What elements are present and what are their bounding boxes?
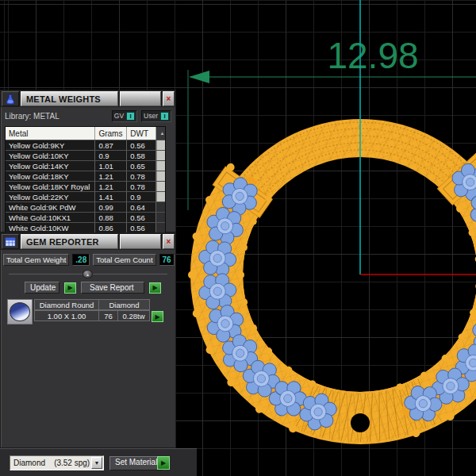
table-row[interactable]: White Gold:10KX1 0.88 0.56 (6, 212, 165, 222)
gv-toggle-switch[interactable]: I (126, 112, 135, 121)
gem-thumbnail (7, 299, 33, 324)
set-material-run-icon[interactable]: ▶ (157, 456, 170, 470)
scroll-up-icon[interactable]: ▲ (156, 127, 165, 140)
scrollbar-thumb[interactable] (156, 140, 165, 150)
table-row[interactable]: White Gold:9K PdW 0.99 0.64 (6, 202, 165, 212)
table-row[interactable]: Yellow Gold:14KY 1.01 0.65 (6, 160, 165, 171)
scrollbar-thumb[interactable] (156, 182, 165, 191)
shank-hole (351, 413, 370, 432)
table-row[interactable]: Yellow Gold:22KY 1.41 0.9 (6, 191, 165, 202)
library-label: Library: METAL (5, 112, 60, 121)
scrollbar-thumb[interactable] (156, 151, 165, 160)
table-row[interactable]: Yellow Gold:18KY Royal 1.21 0.78 (6, 181, 165, 191)
user-toggle-switch[interactable]: I (160, 112, 169, 121)
material-dropdown[interactable]: Diamond (3.52 spg) ▼ (10, 455, 104, 470)
table-row[interactable]: White Gold:10KW 0.86 0.56 (6, 222, 165, 232)
metal-weights-panel: METAL WEIGHTS × Library: METAL GV I User… (0, 90, 176, 232)
metal-weights-titlebar[interactable]: METAL WEIGHTS × (1, 90, 175, 107)
collapse-icon[interactable]: ▴ (83, 270, 93, 278)
panel-title: METAL WEIGHTS (21, 91, 118, 106)
scrollbar-thumb[interactable] (156, 171, 165, 181)
gem-material: Diamond (99, 299, 150, 310)
total-gem-weight-label: Total Gem Weight (3, 254, 69, 266)
close-icon[interactable]: × (163, 91, 175, 106)
gem-size: 1.00 X 1.00 (34, 310, 99, 321)
gem-carat-total: 0.28tw (118, 310, 150, 321)
material-dropdown-value: Diamond (3.52 spg) (10, 459, 91, 467)
panel-divider: ▴ (1, 269, 175, 278)
save-report-run-icon[interactable]: ▶ (149, 282, 161, 294)
user-toggle[interactable]: User I (141, 110, 171, 122)
gem-reporter-titlebar[interactable]: GEM REPORTER × (1, 233, 175, 250)
scale-icon (2, 91, 19, 106)
material-toolbar: Diamond (3.52 spg) ▼ Set Material ▶ (0, 448, 197, 476)
gem-reporter-panel: GEM REPORTER × Total Gem Weight .28 Tota… (0, 232, 176, 448)
total-gem-weight-value: .28 (72, 254, 90, 266)
scrollbar-thumb[interactable] (156, 161, 165, 171)
scrollbar-thumb[interactable] (156, 192, 165, 202)
close-icon[interactable]: × (163, 234, 175, 249)
round-gem-image (10, 302, 30, 321)
save-report-button[interactable]: Save Report (81, 282, 144, 294)
metal-table-header: Metal Grams DWT ▲ (6, 127, 165, 140)
table-row[interactable]: Yellow Gold:10KY 0.9 0.58 (6, 150, 165, 160)
total-gem-count-value: 76 (159, 254, 175, 266)
scrollbar-track[interactable] (156, 213, 165, 222)
set-material-button[interactable]: Set Material (109, 456, 163, 470)
table-row[interactable]: Yellow Gold:18KY 1.21 0.78 (6, 171, 165, 181)
gem-list-item[interactable]: Diamond Round Diamond 1.00 X 1.00 76 0.2… (7, 299, 175, 324)
app-window: 12.98 METAL WEIGHTS × Library: METAL (0, 0, 476, 476)
gv-toggle[interactable]: GV I (112, 110, 137, 122)
gem-report-icon (2, 234, 19, 249)
update-button[interactable]: Update (25, 282, 60, 294)
gem-shape: Diamond Round (34, 299, 99, 310)
gem-count: 76 (99, 310, 118, 321)
scrollbar-track[interactable] (156, 202, 165, 212)
dropdown-arrow-icon[interactable]: ▼ (91, 457, 102, 469)
dimension-value: 12.98 (327, 35, 418, 76)
metal-table: Metal Grams DWT ▲ Yellow Gold:9KY 0.87 0… (5, 126, 166, 233)
panel-title: GEM REPORTER (21, 234, 118, 249)
titlebar-spare (120, 234, 161, 249)
scrollbar-track[interactable] (156, 223, 165, 232)
table-row[interactable]: Yellow Gold:9KY 0.87 0.56 (6, 140, 165, 150)
ring-band (188, 119, 476, 442)
gem-row-action-icon[interactable]: ▶ (152, 311, 163, 322)
update-run-icon[interactable]: ▶ (64, 282, 76, 294)
titlebar-spare (120, 91, 161, 106)
total-gem-count-label: Total Gem Count (93, 254, 155, 266)
